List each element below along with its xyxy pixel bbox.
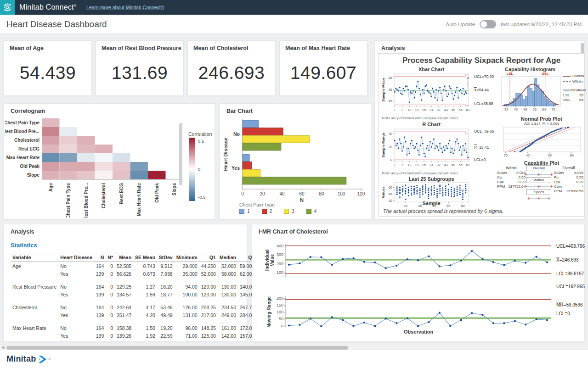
xbar-ucl-label: UCL=70.20 <box>474 74 494 79</box>
correlogram-scrollbar[interactable] <box>179 123 182 185</box>
statistics-section-link[interactable]: Statistics <box>11 242 37 249</box>
svg-text:N: N <box>300 197 304 203</box>
svg-text:72: 72 <box>551 107 555 112</box>
svg-text:120: 120 <box>357 191 365 196</box>
footer-brand-text: Minitab <box>6 354 36 364</box>
svg-text:Slope: Slope <box>172 183 177 196</box>
auto-update-toggle[interactable] <box>480 20 496 28</box>
svg-text:60: 60 <box>389 185 392 190</box>
svg-text:150: 150 <box>277 303 283 307</box>
r-note: Tests are performed with unequal sample … <box>381 171 459 175</box>
stats-row: Yes1390134.571.5918.77100.00120.00130.00… <box>11 290 283 298</box>
imr-ind-ucl-label: UCL=403.766 <box>556 244 585 249</box>
svg-text:65: 65 <box>389 76 392 80</box>
bar-legend: 1234 <box>239 209 317 214</box>
svg-text:20: 20 <box>260 191 265 196</box>
svg-text:45: 45 <box>389 99 392 103</box>
svg-text:Chest Pain Type: Chest Pain Type <box>66 183 71 217</box>
imr-mr-lcl-label: LCL=0 <box>556 311 570 316</box>
xbar-chart: 45556517131925313743495561Sample Mean <box>380 72 472 115</box>
horizontal-scrollbar[interactable]: ◄ <box>0 346 588 350</box>
r-chart: 0204017131925313743495561Sample Range <box>380 127 472 170</box>
svg-text:60: 60 <box>299 191 305 196</box>
brand-title: Minitab Connect® <box>19 3 76 11</box>
svg-text:No: No <box>233 131 240 137</box>
kpi-card-mean-rbp: Mean of Rest Blood Pressure 131.69 <box>96 40 184 96</box>
colorbar-tick: 0.5 <box>198 139 204 144</box>
kpi-value: 149.607 <box>280 63 367 83</box>
last25-title: Last 25 Subgroups <box>397 176 466 182</box>
svg-text:Sample Mean: Sample Mean <box>381 78 385 101</box>
r-lcl-label: LCL=0 <box>474 157 486 162</box>
svg-text:0: 0 <box>390 158 392 162</box>
svg-text:400: 400 <box>277 244 283 248</box>
legend-item[interactable]: 3 <box>284 209 294 214</box>
svg-text:30: 30 <box>389 199 392 203</box>
correlation-legend-title: Correlation <box>188 131 212 137</box>
xbar-chart-title: Xbar Chart <box>397 67 466 72</box>
kpi-label: Mean of Age <box>10 45 44 51</box>
minitab-footer-logo[interactable]: Minitab ® <box>6 354 51 364</box>
svg-text:48: 48 <box>523 107 527 112</box>
imr-ind-lcl-label: LCL=89.6197 <box>556 271 584 276</box>
correlogram-panel: Correlogram Chest Pain TypeRest Blood Pr… <box>4 103 215 219</box>
imr-chart[interactable]: 1002003004000501001502002792812832852872… <box>257 237 554 327</box>
panel-title: Correlogram <box>11 108 45 114</box>
sync-gear-icon <box>2 2 12 12</box>
svg-text:31: 31 <box>430 163 433 167</box>
svg-text:40: 40 <box>389 132 392 136</box>
statistics-table: VariableHeart DiseaseNN*MeanSE MeanStDev… <box>11 253 283 345</box>
svg-text:100: 100 <box>338 191 345 196</box>
svg-text:100: 100 <box>277 270 283 275</box>
scroll-left-arrow-icon[interactable]: ◄ <box>1 345 5 350</box>
svg-text:31: 31 <box>430 108 433 112</box>
legend-item[interactable]: 4 <box>306 209 317 214</box>
npp-subtitle: AD: 1.517, P: < 0.005 <box>507 122 576 126</box>
normal-prob-plot: 20406080 <box>500 126 583 159</box>
svg-text:55: 55 <box>389 88 392 92</box>
kpi-label: Mean of Cholesterol <box>193 45 248 51</box>
kpi-value: 54.439 <box>4 63 91 83</box>
svg-text:49: 49 <box>452 163 455 167</box>
bar-legend-title: Chest Pain Type <box>239 202 275 207</box>
stats-column-header: Heart Disease <box>58 253 94 262</box>
svg-text:40: 40 <box>526 153 530 157</box>
svg-text:USL: USL <box>542 72 548 76</box>
svg-text:55: 55 <box>459 163 463 167</box>
legend-item[interactable]: 1 <box>239 209 250 214</box>
svg-text:Moving Range: Moving Range <box>266 296 271 327</box>
kpi-value: 246.693 <box>188 63 275 83</box>
r-chart-title: R Chart <box>397 122 466 127</box>
colorbar-tick: -0.5 <box>198 195 205 200</box>
svg-text:1: 1 <box>394 108 396 112</box>
svg-text:37: 37 <box>437 108 441 112</box>
footer-registered-mark: ® <box>48 358 50 361</box>
svg-text:Sample Range: Sample Range <box>381 132 385 158</box>
sixpack-analysis-panel: Analysis Process Capability Sixpack Repo… <box>374 40 584 219</box>
svg-text:Old Peak: Old Peak <box>154 183 159 203</box>
stats-column-header: Q1 <box>199 253 218 262</box>
r-ucl-label: UCL=39.66 <box>474 129 494 134</box>
panel-title: Analysis <box>381 45 405 51</box>
stats-row: Yes1390251.474.2049.49131.00217.00249.00… <box>11 311 283 319</box>
minitab-connect-logo[interactable] <box>0 0 15 15</box>
stats-column-header: Mean <box>115 253 133 262</box>
legend-item[interactable]: 2 <box>262 209 272 214</box>
stats-column-header: N* <box>106 253 115 262</box>
scrollbar-thumb[interactable] <box>6 346 348 350</box>
xbar-center-label: X=54.44 <box>474 88 489 92</box>
correlogram-heatmap[interactable]: Chest Pain TypeRest Blood Pre...Choleste… <box>5 117 185 217</box>
kpi-label: Mean of Rest Blood Pressure <box>102 45 181 51</box>
learn-more-link[interactable]: Learn more about Minitab Connect® <box>86 5 164 10</box>
svg-text:40: 40 <box>279 191 285 196</box>
xbar-note: Tests are performed with unequal sample … <box>381 116 459 120</box>
capability-overall-stats: Overall StDev9.039 Pp0.55 Ppk0.39 Cpm* P… <box>554 166 583 194</box>
imr-xlabel: Observation <box>404 329 433 335</box>
panel-title: Analysis <box>11 229 34 235</box>
brand-registered-mark: ® <box>74 4 76 7</box>
svg-text:19: 19 <box>415 108 418 112</box>
svg-text:43: 43 <box>444 163 448 167</box>
heart-disease-bar-chart[interactable]: 020406080100120NNoYesHeart Disease <box>221 116 371 203</box>
svg-text:Age: Age <box>48 183 53 192</box>
stats-row: AgeNo164052.5850.7439.51229.00044.25052.… <box>11 262 283 270</box>
